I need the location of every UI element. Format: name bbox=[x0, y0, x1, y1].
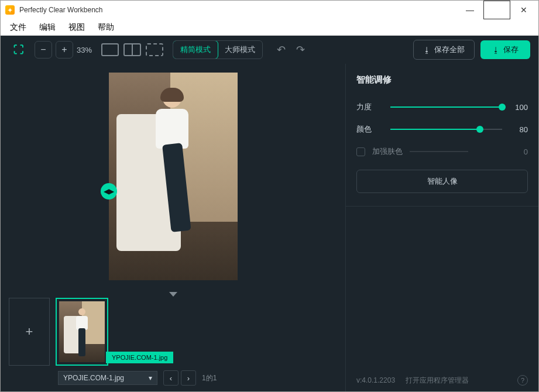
minimize-button[interactable]: — bbox=[456, 1, 483, 19]
compare-handle[interactable]: ◀▶ bbox=[101, 183, 117, 200]
zoom-out-button[interactable]: − bbox=[35, 41, 52, 59]
add-image-button[interactable]: + bbox=[9, 298, 50, 366]
prev-image-button[interactable]: ‹ bbox=[163, 370, 178, 386]
skin-slider bbox=[410, 148, 468, 155]
menu-help[interactable]: 帮助 bbox=[92, 20, 120, 35]
color-slider[interactable] bbox=[390, 126, 502, 133]
page-indicator: 1的1 bbox=[202, 373, 217, 383]
strength-value: 100 bbox=[510, 103, 528, 112]
mode-simple[interactable]: 精简模式 bbox=[173, 40, 218, 59]
zoom-in-button[interactable]: + bbox=[56, 41, 73, 59]
version-label: v:4.0.1.2203 bbox=[356, 376, 395, 384]
panel-title: 智能调修 bbox=[356, 74, 528, 85]
skin-checkbox[interactable] bbox=[356, 147, 365, 156]
view-split-icon[interactable] bbox=[123, 43, 141, 56]
skin-value: 0 bbox=[524, 147, 528, 156]
strength-label: 力度 bbox=[356, 102, 382, 112]
view-crop-icon[interactable] bbox=[146, 43, 163, 56]
redo-icon[interactable]: ↷ bbox=[296, 43, 305, 56]
canvas[interactable]: ◀▶ bbox=[1, 64, 345, 288]
save-all-button[interactable]: ⭳ 保存全部 bbox=[413, 40, 475, 60]
strength-slider[interactable] bbox=[390, 104, 502, 111]
view-single-icon[interactable] bbox=[101, 43, 119, 56]
mode-master[interactable]: 大师模式 bbox=[218, 41, 262, 59]
save-button[interactable]: ⭳ 保存 bbox=[480, 40, 530, 59]
maximize-button[interactable] bbox=[483, 1, 510, 19]
preview-image: ◀▶ bbox=[109, 73, 238, 280]
close-button[interactable]: ✕ bbox=[510, 1, 537, 19]
thumbnail-filename-tag: YPOJIE.COM-1.jpg bbox=[106, 352, 173, 363]
menu-edit[interactable]: 编辑 bbox=[33, 20, 61, 35]
help-icon[interactable]: ? bbox=[517, 375, 528, 386]
app-manager-link[interactable]: 打开应用程序管理器 bbox=[406, 376, 469, 386]
skin-label: 加强肤色 bbox=[372, 146, 403, 157]
zoom-level: 33% bbox=[77, 46, 92, 54]
smart-portrait-button[interactable]: 智能人像 bbox=[356, 170, 528, 193]
toolbar: ⛶ − + 33% 精简模式 大师模式 ↶ ↷ ⭳ 保存全部 ⭳ 保存 bbox=[1, 36, 538, 64]
app-logo-icon: ✦ bbox=[5, 5, 15, 15]
menu-view[interactable]: 视图 bbox=[63, 20, 91, 35]
filename-dropdown[interactable]: YPOJIE.COM-1.jpg▾ bbox=[58, 371, 157, 385]
filmstrip: + YPOJIE.COM-1.jpg YPOJIE.COM-1.jpg▾ bbox=[1, 298, 345, 391]
color-label: 颜色 bbox=[356, 124, 382, 135]
title-bar: ✦ Perfectly Clear Workbench — ✕ bbox=[1, 1, 538, 19]
window-title: Perfectly Clear Workbench bbox=[19, 6, 103, 14]
current-indicator-icon bbox=[169, 292, 177, 297]
undo-icon[interactable]: ↶ bbox=[277, 43, 286, 56]
side-panel: 智能调修 力度 100 颜色 80 加强肤 bbox=[345, 64, 538, 391]
mode-switch: 精简模式 大师模式 bbox=[173, 40, 263, 59]
thumbnail-selected[interactable]: YPOJIE.COM-1.jpg bbox=[56, 298, 108, 366]
fullscreen-icon[interactable]: ⛶ bbox=[9, 40, 29, 60]
menu-file[interactable]: 文件 bbox=[4, 20, 32, 35]
color-value: 80 bbox=[510, 125, 528, 134]
menu-bar: 文件 编辑 视图 帮助 bbox=[1, 19, 538, 36]
next-image-button[interactable]: › bbox=[181, 370, 196, 386]
